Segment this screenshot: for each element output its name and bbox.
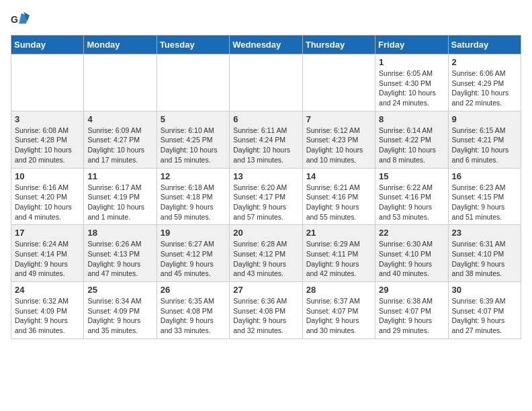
day-number: 20 <box>233 228 298 238</box>
calendar-week-row: 1Sunrise: 6:05 AM Sunset: 4:30 PM Daylig… <box>11 54 521 111</box>
day-info: Sunrise: 6:17 AM Sunset: 4:19 PM Dayligh… <box>87 183 152 222</box>
day-number: 22 <box>379 228 444 238</box>
calendar-cell <box>302 54 375 111</box>
day-number: 19 <box>161 228 226 238</box>
calendar-week-row: 10Sunrise: 6:16 AM Sunset: 4:20 PM Dayli… <box>11 168 521 225</box>
day-info: Sunrise: 6:05 AM Sunset: 4:30 PM Dayligh… <box>379 68 444 108</box>
calendar-table: SundayMondayTuesdayWednesdayThursdayFrid… <box>11 35 521 339</box>
day-info: Sunrise: 6:16 AM Sunset: 4:20 PM Dayligh… <box>15 183 80 222</box>
day-number: 7 <box>306 114 371 124</box>
day-number: 21 <box>306 228 371 238</box>
day-info: Sunrise: 6:21 AM Sunset: 4:16 PM Dayligh… <box>306 183 371 222</box>
weekday-header: Monday <box>84 36 157 54</box>
day-number: 8 <box>379 114 444 124</box>
calendar-week-row: 24Sunrise: 6:32 AM Sunset: 4:09 PM Dayli… <box>11 282 521 339</box>
logo-icon: G <box>11 11 30 30</box>
day-number: 15 <box>379 171 444 181</box>
calendar-cell: 13Sunrise: 6:20 AM Sunset: 4:17 PM Dayli… <box>230 168 302 225</box>
day-info: Sunrise: 6:11 AM Sunset: 4:24 PM Dayligh… <box>233 126 298 165</box>
day-number: 28 <box>306 285 371 295</box>
calendar-cell: 15Sunrise: 6:22 AM Sunset: 4:16 PM Dayli… <box>375 168 448 225</box>
day-info: Sunrise: 6:15 AM Sunset: 4:21 PM Dayligh… <box>452 126 517 165</box>
calendar-cell: 26Sunrise: 6:35 AM Sunset: 4:08 PM Dayli… <box>157 282 229 339</box>
day-info: Sunrise: 6:18 AM Sunset: 4:18 PM Dayligh… <box>161 183 226 222</box>
day-info: Sunrise: 6:31 AM Sunset: 4:10 PM Dayligh… <box>452 239 517 279</box>
calendar-cell <box>157 54 229 111</box>
calendar-cell: 30Sunrise: 6:39 AM Sunset: 4:07 PM Dayli… <box>448 282 521 339</box>
calendar-cell: 8Sunrise: 6:14 AM Sunset: 4:22 PM Daylig… <box>375 111 448 168</box>
day-number: 16 <box>452 171 517 181</box>
calendar-cell: 19Sunrise: 6:27 AM Sunset: 4:12 PM Dayli… <box>157 225 229 282</box>
day-info: Sunrise: 6:24 AM Sunset: 4:14 PM Dayligh… <box>15 239 80 279</box>
day-number: 11 <box>87 171 152 181</box>
day-number: 30 <box>452 285 517 295</box>
weekday-header: Tuesday <box>157 36 229 54</box>
calendar-cell: 21Sunrise: 6:29 AM Sunset: 4:11 PM Dayli… <box>302 225 375 282</box>
day-number: 13 <box>233 171 298 181</box>
day-info: Sunrise: 6:27 AM Sunset: 4:12 PM Dayligh… <box>161 239 226 279</box>
weekday-header-row: SundayMondayTuesdayWednesdayThursdayFrid… <box>11 36 521 54</box>
calendar-cell: 11Sunrise: 6:17 AM Sunset: 4:19 PM Dayli… <box>84 168 157 225</box>
day-number: 24 <box>15 285 80 295</box>
day-info: Sunrise: 6:34 AM Sunset: 4:09 PM Dayligh… <box>87 296 152 336</box>
calendar-cell: 10Sunrise: 6:16 AM Sunset: 4:20 PM Dayli… <box>11 168 84 225</box>
calendar-cell: 25Sunrise: 6:34 AM Sunset: 4:09 PM Dayli… <box>84 282 157 339</box>
day-number: 25 <box>87 285 152 295</box>
day-info: Sunrise: 6:08 AM Sunset: 4:28 PM Dayligh… <box>15 126 80 165</box>
logo: G <box>11 11 32 30</box>
calendar-cell: 14Sunrise: 6:21 AM Sunset: 4:16 PM Dayli… <box>302 168 375 225</box>
day-number: 27 <box>233 285 298 295</box>
day-number: 6 <box>233 114 298 124</box>
day-info: Sunrise: 6:38 AM Sunset: 4:07 PM Dayligh… <box>379 296 444 336</box>
calendar-cell: 17Sunrise: 6:24 AM Sunset: 4:14 PM Dayli… <box>11 225 84 282</box>
day-number: 26 <box>161 285 226 295</box>
day-info: Sunrise: 6:32 AM Sunset: 4:09 PM Dayligh… <box>15 296 80 336</box>
calendar-cell: 23Sunrise: 6:31 AM Sunset: 4:10 PM Dayli… <box>448 225 521 282</box>
day-number: 5 <box>161 114 226 124</box>
day-info: Sunrise: 6:20 AM Sunset: 4:17 PM Dayligh… <box>233 183 298 222</box>
day-number: 23 <box>452 228 517 238</box>
weekday-header: Friday <box>375 36 448 54</box>
calendar-cell: 29Sunrise: 6:38 AM Sunset: 4:07 PM Dayli… <box>375 282 448 339</box>
day-number: 29 <box>379 285 444 295</box>
day-info: Sunrise: 6:29 AM Sunset: 4:11 PM Dayligh… <box>306 239 371 279</box>
day-number: 12 <box>161 171 226 181</box>
weekday-header: Saturday <box>448 36 521 54</box>
calendar-cell <box>84 54 157 111</box>
calendar-cell: 12Sunrise: 6:18 AM Sunset: 4:18 PM Dayli… <box>157 168 229 225</box>
day-info: Sunrise: 6:12 AM Sunset: 4:23 PM Dayligh… <box>306 126 371 165</box>
calendar-cell: 28Sunrise: 6:37 AM Sunset: 4:07 PM Dayli… <box>302 282 375 339</box>
weekday-header: Wednesday <box>230 36 302 54</box>
calendar-cell: 18Sunrise: 6:26 AM Sunset: 4:13 PM Dayli… <box>84 225 157 282</box>
weekday-header: Thursday <box>302 36 375 54</box>
day-info: Sunrise: 6:35 AM Sunset: 4:08 PM Dayligh… <box>161 296 226 336</box>
calendar-cell: 3Sunrise: 6:08 AM Sunset: 4:28 PM Daylig… <box>11 111 84 168</box>
day-number: 10 <box>15 171 80 181</box>
calendar-cell <box>11 54 84 111</box>
calendar-cell: 27Sunrise: 6:36 AM Sunset: 4:08 PM Dayli… <box>230 282 302 339</box>
day-info: Sunrise: 6:28 AM Sunset: 4:12 PM Dayligh… <box>233 239 298 279</box>
calendar-week-row: 17Sunrise: 6:24 AM Sunset: 4:14 PM Dayli… <box>11 225 521 282</box>
calendar-cell <box>230 54 302 111</box>
day-number: 18 <box>87 228 152 238</box>
day-info: Sunrise: 6:30 AM Sunset: 4:10 PM Dayligh… <box>379 239 444 279</box>
calendar-cell: 1Sunrise: 6:05 AM Sunset: 4:30 PM Daylig… <box>375 54 448 111</box>
day-info: Sunrise: 6:22 AM Sunset: 4:16 PM Dayligh… <box>379 183 444 222</box>
calendar-cell: 22Sunrise: 6:30 AM Sunset: 4:10 PM Dayli… <box>375 225 448 282</box>
day-info: Sunrise: 6:26 AM Sunset: 4:13 PM Dayligh… <box>87 239 152 279</box>
calendar-cell: 6Sunrise: 6:11 AM Sunset: 4:24 PM Daylig… <box>230 111 302 168</box>
day-number: 1 <box>379 57 444 67</box>
calendar-cell: 2Sunrise: 6:06 AM Sunset: 4:29 PM Daylig… <box>448 54 521 111</box>
calendar-cell: 7Sunrise: 6:12 AM Sunset: 4:23 PM Daylig… <box>302 111 375 168</box>
day-number: 9 <box>452 114 517 124</box>
day-info: Sunrise: 6:39 AM Sunset: 4:07 PM Dayligh… <box>452 296 517 336</box>
calendar-cell: 16Sunrise: 6:23 AM Sunset: 4:15 PM Dayli… <box>448 168 521 225</box>
day-info: Sunrise: 6:36 AM Sunset: 4:08 PM Dayligh… <box>233 296 298 336</box>
day-info: Sunrise: 6:09 AM Sunset: 4:27 PM Dayligh… <box>87 126 152 165</box>
calendar-cell: 4Sunrise: 6:09 AM Sunset: 4:27 PM Daylig… <box>84 111 157 168</box>
calendar-cell: 5Sunrise: 6:10 AM Sunset: 4:25 PM Daylig… <box>157 111 229 168</box>
day-number: 17 <box>15 228 80 238</box>
page-header: G <box>11 11 521 30</box>
day-info: Sunrise: 6:10 AM Sunset: 4:25 PM Dayligh… <box>161 126 226 165</box>
day-number: 4 <box>87 114 152 124</box>
